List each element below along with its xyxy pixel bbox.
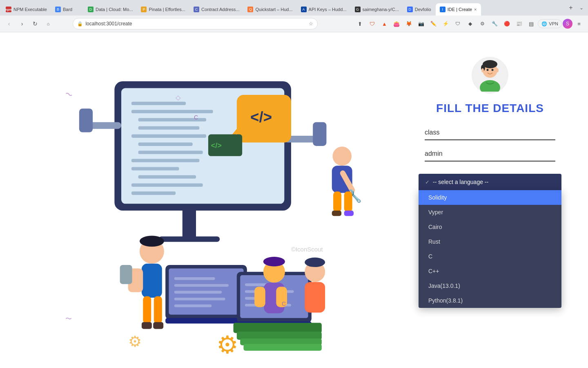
- svg-text:©IconScout: ©IconScout: [291, 246, 323, 253]
- sidebar-button[interactable]: ▤: [526, 18, 537, 29]
- extension-icon-3[interactable]: ✏️: [428, 18, 439, 29]
- tab-quickstart[interactable]: QQuickstart – Hud...: [243, 3, 296, 16]
- svg-rect-36: [174, 277, 215, 280]
- svg-rect-8: [131, 102, 186, 105]
- tab-label-bard: Bard: [63, 7, 80, 12]
- dropdown-item-cairo[interactable]: Cairo: [419, 220, 561, 234]
- deco-c-bottom: C: [282, 301, 286, 307]
- admin-input[interactable]: [425, 148, 555, 159]
- tab-ide[interactable]: IIDE | Create×: [436, 3, 481, 16]
- svg-point-77: [492, 69, 494, 71]
- svg-rect-60: [153, 322, 163, 329]
- tab-label-quickstart: Quickstart – Hud...: [255, 7, 292, 12]
- svg-point-53: [140, 236, 164, 247]
- svg-rect-11: [138, 126, 200, 130]
- language-dropdown[interactable]: ✓ -- select a language -- SolidityVyperC…: [419, 174, 561, 308]
- share-icon[interactable]: ⬆: [354, 18, 365, 29]
- tab-label-contract: Contract Address...: [201, 7, 240, 12]
- dropdown-header[interactable]: ✓ -- select a language --: [419, 174, 561, 190]
- brave-rewards-icon[interactable]: ▲: [379, 18, 390, 29]
- new-tab-button[interactable]: +: [565, 2, 577, 13]
- dropdown-item-java[interactable]: Java(13.0.1): [419, 278, 561, 293]
- back-button[interactable]: ‹: [3, 18, 15, 29]
- extension-icon-4[interactable]: ⚡: [440, 18, 451, 29]
- address-bar: ‹ › ↻ ⌂ 🔒 localhost:3001/create ☆ ⬆ 🛡 ▲ …: [0, 16, 588, 32]
- dropdown-item-c[interactable]: C: [419, 249, 561, 264]
- class-field: [425, 127, 555, 140]
- dropdown-item-rust[interactable]: Rust: [419, 234, 561, 249]
- tab-favicon-quickstart: Q: [247, 7, 253, 12]
- brave-shield-icon[interactable]: 🛡: [366, 18, 378, 29]
- tab-bar: npmNPM ExecutableBBardDData | Cloud: Mo.…: [0, 0, 588, 16]
- svg-point-78: [481, 68, 484, 72]
- deco-diamond: ◇: [176, 94, 180, 101]
- svg-rect-39: [174, 298, 225, 301]
- tab-favicon-api: A: [301, 7, 307, 12]
- menu-button[interactable]: ≡: [573, 18, 585, 29]
- dropdown-list: SolidityVyperCairoRustCC++Java(13.0.1)Py…: [419, 190, 561, 308]
- extension-icon-8[interactable]: 🔧: [489, 18, 500, 29]
- extension-icon-6[interactable]: ◆: [464, 18, 476, 29]
- svg-rect-15: [131, 159, 199, 162]
- tab-overflow-button[interactable]: ⌄: [577, 3, 586, 13]
- home-button[interactable]: ⌂: [42, 18, 54, 29]
- vpn-button[interactable]: 🌐 VPN: [538, 19, 562, 28]
- tab-pinata[interactable]: PPinata | Effortles...: [137, 3, 189, 16]
- tab-label-ide: IDE | Create: [448, 7, 472, 12]
- admin-field: [425, 148, 555, 162]
- wallet-icon[interactable]: 👛: [391, 18, 402, 29]
- dropdown-item-cpp[interactable]: C++: [419, 264, 561, 278]
- tab-favicon-contract: C: [194, 7, 199, 12]
- tab-close-ide[interactable]: ×: [474, 7, 477, 12]
- svg-rect-7: [313, 122, 326, 146]
- dropdown-default-label: -- select a language --: [433, 179, 488, 185]
- svg-rect-13: [138, 143, 193, 146]
- svg-point-76: [487, 69, 489, 71]
- forward-button[interactable]: ›: [16, 18, 28, 29]
- tab-data[interactable]: DData | Cloud: Mo...: [84, 3, 137, 16]
- toolbar-right: ⬆ 🛡 ▲ 👛 🦊 📷 ✏️ ⚡ 🛡 ◆ ⚙ 🔧 🔴 📰 ▤ 🌐 VPN S ≡: [354, 18, 585, 29]
- extension-icon-5[interactable]: 🛡: [452, 18, 463, 29]
- svg-rect-12: [131, 135, 206, 138]
- tab-label-pinata: Pinata | Effortles...: [149, 7, 185, 12]
- tab-favicon-ide: I: [440, 7, 445, 12]
- refresh-button[interactable]: ↻: [29, 18, 41, 29]
- svg-text:⚙: ⚙: [128, 333, 142, 350]
- extension-icon-2[interactable]: 📷: [415, 18, 427, 29]
- form-title: FILL THE DETAILS: [436, 102, 544, 115]
- deco-squiggle-2: 〜: [65, 315, 72, 323]
- svg-rect-32: [344, 211, 354, 216]
- tab-github[interactable]: Gsaimeghana-y/C...: [351, 3, 403, 16]
- tab-favicon-data: D: [88, 7, 94, 12]
- profile-icon[interactable]: S: [563, 19, 572, 29]
- svg-rect-40: [174, 305, 212, 307]
- tab-devfolio[interactable]: DDevfolio: [403, 3, 436, 16]
- url-bar[interactable]: 🔒 localhost:3001/create ☆: [73, 18, 318, 29]
- tab-favicon-pinata: P: [141, 7, 147, 12]
- avatar-svg: [474, 59, 506, 92]
- extension-icon-1[interactable]: 🦊: [403, 18, 414, 29]
- tab-bard[interactable]: BBard: [51, 3, 84, 16]
- extension-icon-9[interactable]: 🔴: [501, 18, 512, 29]
- svg-rect-48: [234, 323, 322, 333]
- svg-rect-37: [174, 284, 229, 287]
- tab-label-api: API Keys – Hudd...: [309, 7, 347, 12]
- svg-rect-59: [142, 322, 152, 329]
- dropdown-item-python[interactable]: Python(3.8.1): [419, 293, 561, 308]
- tab-label-npm: NPM Executable: [13, 7, 47, 12]
- extension-icon-7[interactable]: ⚙: [477, 18, 488, 29]
- tab-api[interactable]: AAPI Keys – Hudd...: [297, 3, 351, 16]
- tab-contract[interactable]: CContract Address...: [189, 3, 244, 16]
- dropdown-item-vyper[interactable]: Vyper: [419, 205, 561, 220]
- svg-point-67: [305, 258, 325, 267]
- page-content: ◇ C C 〜 〜: [0, 32, 588, 368]
- svg-point-62: [263, 257, 285, 266]
- dropdown-item-solidity[interactable]: Solidity: [419, 190, 561, 205]
- brave-news-icon[interactable]: 📰: [513, 18, 525, 29]
- class-input[interactable]: [425, 127, 555, 138]
- svg-rect-54: [142, 264, 162, 298]
- svg-rect-64: [254, 287, 265, 307]
- tab-npm[interactable]: npmNPM Executable: [2, 3, 51, 16]
- star-icon[interactable]: ☆: [309, 21, 313, 27]
- svg-rect-35: [165, 318, 247, 323]
